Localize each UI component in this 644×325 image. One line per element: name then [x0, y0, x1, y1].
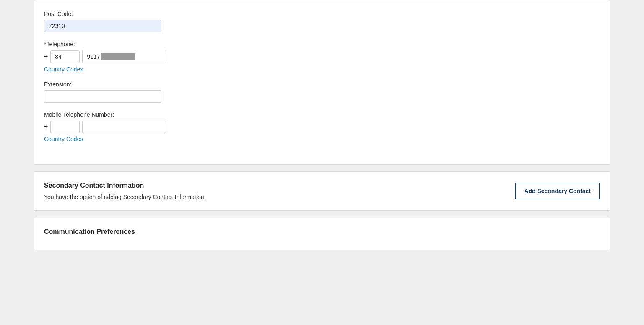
secondary-contact-title: Secondary Contact Information	[44, 182, 515, 189]
secondary-contact-info: Secondary Contact Information You have t…	[44, 182, 515, 200]
telephone-row: + 9117	[44, 50, 600, 63]
telephone-label: *Telephone:	[44, 41, 600, 47]
extension-label: Extension:	[44, 81, 600, 88]
extension-field-group: Extension:	[44, 81, 600, 103]
mobile-label: Mobile Telephone Number:	[44, 111, 600, 118]
telephone-country-codes-link[interactable]: Country Codes	[44, 66, 83, 73]
postcode-label: Post Code:	[44, 10, 600, 17]
extension-input[interactable]	[44, 90, 161, 103]
secondary-contact-description: You have the option of adding Secondary …	[44, 194, 515, 200]
mobile-country-codes-link[interactable]: Country Codes	[44, 136, 83, 142]
telephone-number-wrapper: 9117	[82, 50, 166, 63]
telephone-number-visible: 9117	[87, 53, 100, 60]
mobile-field-group: Mobile Telephone Number: + Country Codes	[44, 111, 600, 142]
mobile-plus-sign: +	[44, 123, 48, 131]
telephone-field-group: *Telephone: + 9117 Country Codes	[44, 41, 600, 73]
mobile-number-input[interactable]	[82, 121, 166, 133]
communication-preferences-card: Communication Preferences	[34, 218, 610, 250]
communication-preferences-title: Communication Preferences	[44, 228, 600, 236]
postcode-field-group: Post Code:	[44, 10, 600, 32]
secondary-contact-card: Secondary Contact Information You have t…	[34, 171, 610, 211]
add-secondary-contact-button[interactable]: Add Secondary Contact	[515, 183, 600, 199]
postcode-input[interactable]	[44, 20, 161, 32]
primary-contact-card: Post Code: *Telephone: + 9117 Country Co…	[34, 0, 610, 165]
telephone-plus-sign: +	[44, 53, 48, 60]
telephone-country-code-input[interactable]	[50, 50, 80, 63]
mobile-phone-row: +	[44, 121, 600, 133]
mobile-country-code-input[interactable]	[50, 121, 80, 133]
telephone-number-masked	[101, 53, 135, 60]
